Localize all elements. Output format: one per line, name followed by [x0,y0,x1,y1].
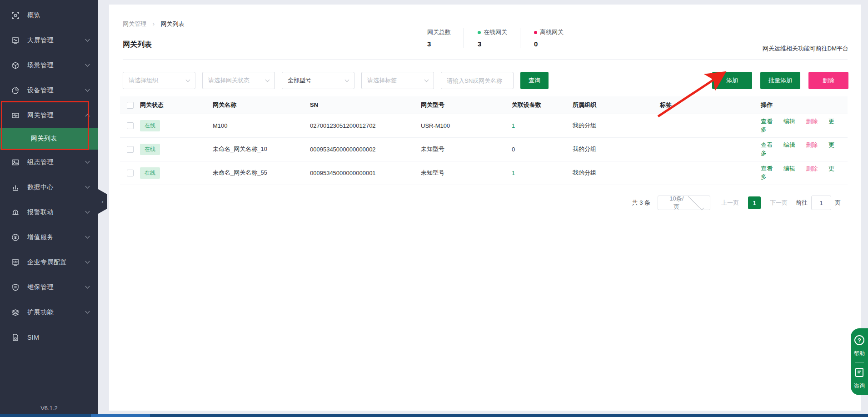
gateway-name: 未命名_网关名称_55 [213,161,310,185]
sidebar-item-extensions[interactable]: 扩展功能 [0,300,98,325]
add-button[interactable]: 添加 [712,72,752,89]
question-circle-icon: ? [854,335,865,346]
row-checkbox[interactable] [127,122,134,129]
toolbar-actions: 添加 批量添加 删除 [712,72,848,89]
model-select[interactable]: 全部型号 [282,72,354,89]
tag-select[interactable]: 请选择标签 [361,72,434,89]
filter-toolbar: 请选择组织 请选择网关状态 全部型号 请选择标签 查询 添加 批量添加 删除 [123,72,848,89]
yuan-coin-icon [11,233,20,242]
sidebar-collapse-handle[interactable]: ‹ [98,189,107,214]
tag-select-placeholder: 请选择标签 [367,76,425,85]
chevron-down-icon [85,87,90,92]
prev-page-button[interactable]: 上一页 [721,199,739,207]
gateway-tag [660,114,761,137]
delete-link[interactable]: 删除 [806,141,818,148]
sidebar-item-scene[interactable]: 场景管理 [0,53,98,78]
sidebar-subitem-gateway-list[interactable]: 网关列表 [0,128,98,150]
bigscreen-icon [11,36,20,45]
goto-page-input[interactable] [811,196,831,210]
delete-link[interactable]: 删除 [806,118,818,125]
batch-add-button[interactable]: 批量添加 [760,72,800,89]
consult-label: 咨询 [852,382,867,390]
sidebar-item-label: 组态管理 [27,158,86,166]
sidebar-item-value-added[interactable]: 增值服务 [0,225,98,250]
org-select[interactable]: 请选择组织 [123,72,195,89]
offline-dot-icon [534,31,537,34]
view-link[interactable]: 查看 [761,141,773,148]
gateway-sn: 00095345000000000002 [310,137,421,161]
status-badge: 在线 [140,120,160,131]
sidebar: 概览 大屏管理 场景管理 设备管理 网 [0,0,98,417]
page-size-select[interactable]: 10条/页 [658,196,710,210]
device-count-link[interactable]: 1 [512,122,515,129]
chevron-down-icon [85,309,90,314]
sidebar-item-label: SIM [27,334,89,341]
edit-link[interactable]: 编辑 [783,118,795,125]
help-button[interactable]: ? 帮助 [852,335,867,357]
edit-link[interactable]: 编辑 [783,165,795,172]
consult-button[interactable]: 咨询 [852,367,867,390]
page-number-active[interactable]: 1 [748,196,761,209]
select-all-checkbox[interactable] [127,102,134,109]
edit-link[interactable]: 编辑 [783,141,795,148]
sidebar-item-device[interactable]: 设备管理 [0,78,98,103]
scrollbar-thumb[interactable] [91,414,150,417]
breadcrumb-parent[interactable]: 网关管理 [123,20,146,27]
stat-total: 网关总数 3 [427,28,464,48]
goto-label: 前往 [796,199,808,207]
shield-icon [11,283,20,292]
row-checkbox[interactable] [127,170,134,176]
delete-link[interactable]: 删除 [806,165,818,172]
gateway-org: 我的分组 [573,114,660,137]
sidebar-item-maintenance[interactable]: 维保管理 [0,275,98,300]
online-dot-icon [478,31,481,34]
breadcrumb: 网关管理 › 网关列表 [123,20,185,28]
col-ops: 操作 [761,96,848,114]
sidebar-item-bigscreen[interactable]: 大屏管理 [0,28,98,53]
stat-offline-value: 0 [534,40,564,48]
header-divider [123,59,848,60]
query-button[interactable]: 查询 [520,72,549,89]
gateway-table: 网关状态 网关名称 SN 网关型号 关联设备数 所属组织 标签 操作 在线 M1… [120,96,848,185]
table-header-row: 网关状态 网关名称 SN 网关型号 关联设备数 所属组织 标签 操作 [120,96,848,114]
sidebar-item-alarm[interactable]: 报警联动 [0,200,98,225]
horizontal-scrollbar[interactable] [0,414,868,417]
model-select-value: 全部型号 [288,76,345,85]
view-link[interactable]: 查看 [761,118,773,125]
sidebar-item-sim[interactable]: SIM [0,325,98,350]
sidebar-subitem-label: 网关列表 [31,135,57,143]
col-org: 所属组织 [573,96,660,114]
sidebar-item-label: 企业专属配置 [27,258,86,266]
chevron-down-icon [85,209,90,214]
view-link[interactable]: 查看 [761,165,773,172]
gateway-icon [11,111,20,120]
sidebar-item-gateway[interactable]: 网关管理 [0,103,98,128]
sidebar-item-configuration[interactable]: 组态管理 [0,150,98,175]
chevron-up-icon [85,114,90,119]
sidebar-item-enterprise[interactable]: 企业专属配置 [0,250,98,275]
enterprise-config-icon [11,258,20,267]
next-page-button[interactable]: 下一页 [770,199,788,207]
sn-search-input[interactable] [441,72,514,89]
col-model: 网关型号 [421,96,512,114]
row-checkbox[interactable] [127,146,134,153]
col-devices: 关联设备数 [512,96,573,114]
sidebar-item-datacenter[interactable]: 数据中心 [0,175,98,200]
status-select[interactable]: 请选择网关状态 [202,72,275,89]
sidebar-item-overview[interactable]: 概览 [0,3,98,28]
table-row: 在线 未命名_网关名称_10 00095345000000000002 未知型号… [120,137,848,161]
gateway-model: 未知型号 [421,137,512,161]
help-label: 帮助 [852,350,867,357]
status-badge: 在线 [140,144,160,155]
col-sn: SN [310,96,421,114]
gateway-org: 我的分组 [573,137,660,161]
stat-online-value: 3 [478,40,507,48]
chevron-down-icon [85,259,90,264]
sim-card-icon [11,333,20,342]
sidebar-item-label: 概览 [27,11,89,20]
gateway-tag [660,137,761,161]
breadcrumb-current: 网关列表 [161,20,185,27]
floating-help-widget: ? 帮助 咨询 [851,328,868,395]
device-count-link[interactable]: 1 [512,170,515,176]
delete-button[interactable]: 删除 [808,72,848,89]
